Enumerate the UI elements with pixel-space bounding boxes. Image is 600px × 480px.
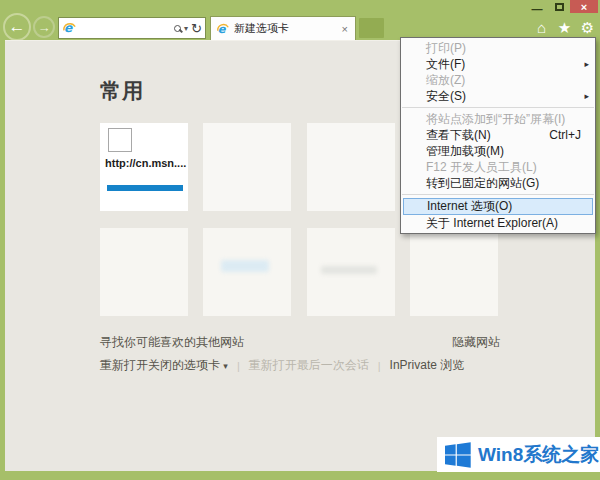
menu-separator: [402, 194, 594, 195]
separator: |: [237, 360, 240, 372]
menu-item-view-downloads[interactable]: 查看下载(N)Ctrl+J: [401, 127, 595, 143]
close-button[interactable]: ×: [570, 0, 598, 13]
frequent-site-tile-empty[interactable]: [100, 228, 188, 316]
window-controls: — ×: [526, 0, 598, 13]
refresh-icon[interactable]: ↻: [191, 22, 202, 35]
tab-new-tab[interactable]: e 新建选项卡 ×: [210, 16, 356, 40]
menu-separator: [402, 107, 594, 108]
menu-item-internet-options[interactable]: Internet 选项(O): [403, 198, 593, 215]
ie-logo-icon: e: [216, 22, 230, 36]
menu-item-about-ie[interactable]: 关于 Internet Explorer(A): [401, 215, 595, 231]
forward-arrow-icon: →: [38, 20, 51, 35]
menu-item-file[interactable]: 文件(F)▸: [401, 56, 595, 72]
hide-sites-link[interactable]: 隐藏网站: [452, 334, 500, 351]
reopen-last-session-link: 重新打开最后一次会话: [249, 357, 369, 374]
tools-menu: 打印(P) 文件(F)▸ 缩放(Z) 安全(S)▸ 将站点添加到“开始”屏幕(I…: [400, 37, 596, 234]
forward-button[interactable]: →: [33, 16, 55, 38]
windows-logo-icon: [445, 442, 471, 468]
site-accent-bar: [107, 185, 183, 191]
reopen-closed-tabs-link[interactable]: 重新打开关闭的选项卡 ▾: [100, 357, 228, 374]
submenu-arrow-icon: ▸: [584, 88, 589, 104]
frequent-site-tile-empty[interactable]: [307, 123, 395, 211]
ie-logo-icon: e: [62, 21, 77, 36]
page-title: 常用: [100, 77, 144, 105]
tab-title: 新建选项卡: [234, 21, 336, 36]
frequent-site-tile-empty[interactable]: [203, 228, 291, 316]
minimize-button[interactable]: —: [526, 0, 548, 13]
faded-thumbnail: [221, 260, 269, 272]
search-dropdown-icon[interactable]: ▾: [184, 24, 188, 33]
favorites-star-icon[interactable]: ★: [556, 20, 573, 35]
menu-item-safety[interactable]: 安全(S)▸: [401, 88, 595, 104]
tab-close-icon[interactable]: ×: [340, 23, 350, 35]
maximize-icon: [555, 3, 564, 11]
address-bar[interactable]: e ▾ ↻: [58, 17, 206, 39]
toolbar-icons: ⌂ ★ ⚙: [533, 20, 596, 35]
new-tab-button[interactable]: [359, 18, 384, 38]
maximize-button[interactable]: [548, 0, 570, 13]
inprivate-browsing-link[interactable]: InPrivate 浏览: [390, 357, 465, 374]
menu-item-zoom: 缩放(Z): [401, 72, 595, 88]
menu-item-f12-devtools: F12 开发人员工具(L): [401, 159, 595, 175]
submenu-arrow-icon: ▸: [584, 56, 589, 72]
chevron-down-icon: ▾: [223, 361, 228, 371]
search-icon[interactable]: [174, 25, 181, 32]
win8-home-watermark: Win8系统之家: [437, 437, 600, 472]
frequent-site-tile-empty[interactable]: [307, 228, 395, 316]
menu-item-pinned-sites[interactable]: 转到已固定的网站(G): [401, 175, 595, 191]
menu-item-add-to-start: 将站点添加到“开始”屏幕(I): [401, 111, 595, 127]
menu-item-print: 打印(P): [401, 40, 595, 56]
home-icon[interactable]: ⌂: [533, 20, 550, 35]
ie-browser-window: ← → e ▾ ↻ e 新建选项卡 × — × ⌂ ★ ⚙ 常用: [0, 0, 600, 480]
frequent-site-tile-empty[interactable]: [410, 228, 498, 316]
session-links-row: 重新打开关闭的选项卡 ▾ | 重新打开最后一次会话 | InPrivate 浏览: [100, 357, 464, 374]
shortcut-label: Ctrl+J: [549, 127, 581, 143]
separator: |: [378, 360, 381, 372]
back-button[interactable]: ←: [3, 13, 31, 41]
discover-sites-link[interactable]: 寻找你可能喜欢的其他网站: [100, 334, 244, 351]
gear-icon[interactable]: ⚙: [579, 20, 596, 35]
faded-thumbnail: [321, 266, 377, 274]
frequent-site-tile-empty[interactable]: [203, 123, 291, 211]
menu-item-manage-addons[interactable]: 管理加载项(M): [401, 143, 595, 159]
site-favicon-placeholder: [108, 128, 132, 152]
watermark-text: Win8系统之家: [478, 442, 599, 468]
back-arrow-icon: ←: [9, 17, 26, 37]
site-url: http://cn.msn....: [105, 157, 186, 169]
frequent-site-tile-msn[interactable]: http://cn.msn....: [100, 123, 188, 211]
